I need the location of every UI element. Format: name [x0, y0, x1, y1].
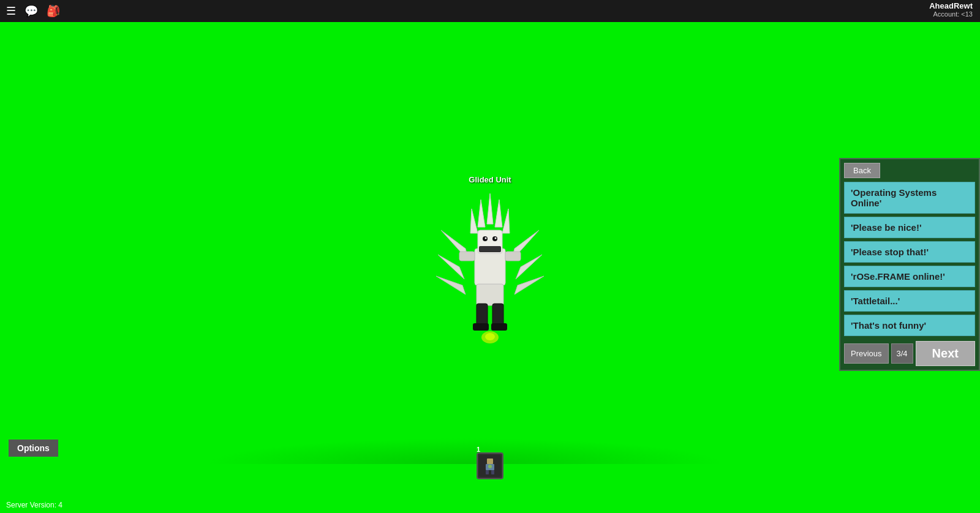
topbar: ☰ 💬 🎒 AheadRewt Account: <13 — [0, 0, 980, 22]
previous-button[interactable]: Previous — [844, 343, 889, 364]
options-button[interactable]: Options — [9, 440, 58, 457]
svg-rect-17 — [459, 252, 475, 261]
panel-item-2[interactable]: 'Please stop that!' — [844, 241, 975, 263]
svg-rect-23 — [491, 323, 507, 331]
svg-rect-28 — [487, 459, 493, 464]
player-icon — [477, 452, 503, 479]
svg-rect-19 — [477, 284, 503, 305]
page-indicator: 3/4 — [891, 343, 913, 364]
account-info: AheadRewt Account: <13 — [929, 1, 973, 18]
svg-rect-11 — [475, 249, 505, 285]
bag-icon[interactable]: 🎒 — [47, 4, 60, 18]
svg-point-16 — [495, 238, 497, 239]
server-version-label: Server Version: 4 — [6, 501, 62, 509]
character-label: Glided Unit — [469, 175, 511, 184]
menu-icon[interactable]: ☰ — [6, 4, 16, 18]
svg-marker-7 — [436, 276, 466, 294]
svg-rect-30 — [486, 470, 489, 474]
svg-marker-2 — [495, 200, 502, 227]
panel-item-3[interactable]: 'rOSe.FRAME online!' — [844, 266, 975, 287]
pagination-row: Previous 3/4 Next — [844, 341, 975, 366]
svg-rect-31 — [491, 470, 494, 474]
svg-marker-10 — [514, 276, 544, 294]
account-label: Account: <13 — [929, 10, 973, 18]
back-button[interactable]: Back — [844, 163, 880, 178]
chat-icon[interactable]: 💬 — [24, 4, 38, 18]
svg-rect-21 — [492, 304, 503, 325]
player-count: 1 — [477, 446, 480, 453]
svg-point-25 — [485, 333, 495, 340]
svg-marker-3 — [470, 209, 478, 233]
svg-marker-4 — [502, 209, 510, 233]
svg-rect-20 — [477, 304, 488, 325]
right-panel: Back 'Operating Systems Online' 'Please … — [839, 158, 980, 371]
svg-point-15 — [485, 238, 487, 239]
svg-rect-22 — [473, 323, 489, 331]
panel-item-1[interactable]: 'Please be nice!' — [844, 217, 975, 238]
svg-rect-18 — [505, 252, 521, 261]
svg-point-32 — [488, 465, 492, 468]
svg-marker-1 — [478, 200, 485, 227]
next-button[interactable]: Next — [916, 341, 975, 366]
panel-item-4[interactable]: 'Tattletail...' — [844, 290, 975, 312]
character — [435, 187, 545, 383]
game-world: Glided Unit — [0, 22, 980, 513]
username-label: AheadRewt — [929, 1, 973, 10]
panel-item-5[interactable]: 'That's not funny' — [844, 315, 975, 336]
panel-item-0[interactable]: 'Operating Systems Online' — [844, 182, 975, 214]
svg-rect-26 — [479, 246, 501, 252]
svg-marker-0 — [487, 193, 493, 224]
